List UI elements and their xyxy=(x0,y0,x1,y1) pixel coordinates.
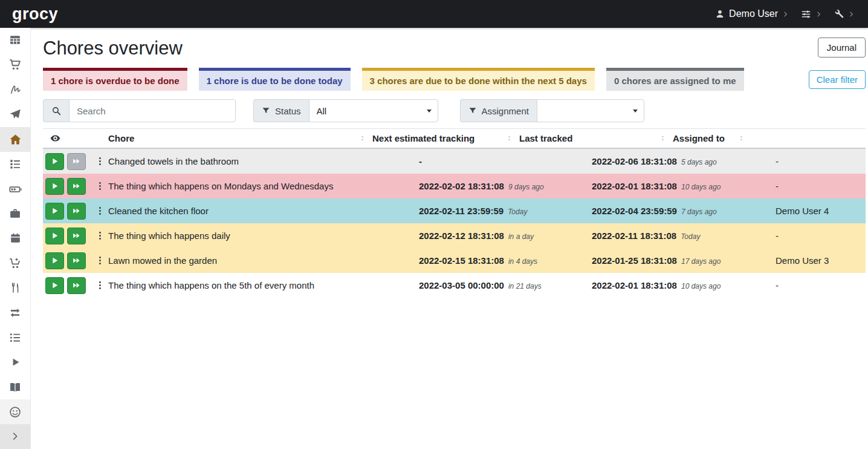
list-icon xyxy=(9,332,21,344)
row-menu-button[interactable] xyxy=(93,252,106,269)
banner-due-today[interactable]: 1 chore is due to be done today xyxy=(199,68,351,91)
chevron-right-icon xyxy=(815,11,822,18)
sidebar-item-battery-tracking[interactable] xyxy=(0,375,30,399)
skip-icon xyxy=(72,256,81,265)
sidebar-item-stock-overview[interactable] xyxy=(0,28,30,53)
sidebar-item-purchase[interactable] xyxy=(0,251,30,275)
book-icon xyxy=(9,381,21,393)
assignment-filter-label: Assignment xyxy=(460,99,537,122)
app-logo[interactable]: grocy xyxy=(12,6,58,22)
next-tracking-cell: 2022-03-05 00:00:00in 21 days xyxy=(419,280,592,290)
skip-execution-button[interactable] xyxy=(67,178,86,195)
column-header-assigned-to[interactable]: Assigned to xyxy=(673,133,751,143)
sort-icon xyxy=(505,134,513,142)
chore-row: The thing which happens daily 2022-02-12… xyxy=(43,223,866,248)
skip-execution-button[interactable] xyxy=(67,153,86,170)
sidebar-item-recipes[interactable] xyxy=(0,77,30,102)
skip-execution-button[interactable] xyxy=(67,277,86,294)
next-tracking-cell: - xyxy=(419,156,592,166)
battery-icon xyxy=(9,183,22,195)
sidebar-item-inventory[interactable] xyxy=(0,325,30,350)
row-menu-button[interactable] xyxy=(93,203,106,220)
assigned-to-cell: - xyxy=(776,280,866,290)
chore-name: The thing which happens daily xyxy=(108,231,419,241)
row-menu-button[interactable] xyxy=(93,178,106,195)
track-execution-button[interactable] xyxy=(45,277,64,294)
next-tracking-cell: 2022-02-11 23:59:59Today xyxy=(419,206,592,216)
sidebar-item-meal-plan[interactable] xyxy=(0,102,30,127)
status-select[interactable]: All xyxy=(309,99,438,122)
sidebar-item-tasks[interactable] xyxy=(0,152,30,177)
status-banners: 1 chore is overdue to be done 1 chore is… xyxy=(43,68,866,91)
page-title: Chores overview xyxy=(43,36,183,61)
play-icon xyxy=(50,206,59,215)
sidebar xyxy=(0,28,31,449)
skip-icon xyxy=(72,281,81,290)
sidebar-expand-button[interactable] xyxy=(0,424,30,449)
table-icon xyxy=(9,34,21,46)
last-tracked-cell: 2022-01-25 18:31:0817 days ago xyxy=(592,255,776,266)
column-visibility-toggle[interactable] xyxy=(43,133,108,143)
column-header-next-tracking[interactable]: Next estimated tracking xyxy=(372,133,519,143)
admin-menu[interactable] xyxy=(834,9,855,19)
user-menu-label: Demo User xyxy=(729,8,778,19)
banner-overdue[interactable]: 1 chore is overdue to be done xyxy=(43,68,187,91)
banner-due-soon[interactable]: 3 chores are due to be done within the n… xyxy=(362,68,595,91)
ellipsis-vertical-icon xyxy=(95,280,105,290)
column-header-chore[interactable]: Chore xyxy=(108,133,372,143)
next-tracking-cell: 2022-02-02 18:31:089 days ago xyxy=(419,181,592,191)
track-execution-button[interactable] xyxy=(45,153,64,170)
ellipsis-vertical-icon xyxy=(95,181,105,191)
column-header-last-tracked[interactable]: Last tracked xyxy=(519,133,673,143)
track-execution-button[interactable] xyxy=(45,203,64,220)
search-input[interactable] xyxy=(69,99,236,122)
chore-name: Changed towels in the bathroom xyxy=(108,156,419,166)
skip-icon xyxy=(72,231,81,240)
banner-assigned-to-me[interactable]: 0 chores are assigned to me xyxy=(606,68,744,91)
sidebar-item-transfer[interactable] xyxy=(0,300,30,325)
topbar: grocy Demo User xyxy=(0,0,868,28)
skip-execution-button[interactable] xyxy=(67,228,86,244)
skip-execution-button[interactable] xyxy=(67,252,86,269)
skip-execution-button[interactable] xyxy=(67,203,86,220)
row-menu-button[interactable] xyxy=(93,277,106,294)
track-execution-button[interactable] xyxy=(45,228,64,244)
chore-name: Lawn mowed in the garden xyxy=(108,255,419,266)
sidebar-item-feedback[interactable] xyxy=(0,399,30,424)
row-menu-button[interactable] xyxy=(93,228,106,244)
user-menu[interactable]: Demo User xyxy=(715,8,789,19)
track-execution-button[interactable] xyxy=(45,178,64,195)
calendar-icon xyxy=(10,232,21,244)
track-execution-button[interactable] xyxy=(45,252,64,269)
chore-name: Cleaned the kitchen floor xyxy=(108,206,419,216)
sidebar-item-batteries-overview[interactable] xyxy=(0,177,30,202)
sidebar-item-chores-overview[interactable] xyxy=(0,127,30,152)
assignment-select[interactable] xyxy=(537,99,644,122)
row-menu-button[interactable] xyxy=(93,153,106,170)
assigned-to-cell: Demo User 4 xyxy=(776,206,866,216)
assigned-to-cell: - xyxy=(776,181,866,191)
sidebar-item-chore-tracking[interactable] xyxy=(0,350,30,375)
settings-menu[interactable] xyxy=(801,9,822,19)
home-icon xyxy=(9,133,22,146)
play-icon xyxy=(50,157,59,166)
clear-filter-button[interactable]: Clear filter xyxy=(809,70,866,89)
sidebar-item-shopping-list[interactable] xyxy=(0,53,30,77)
exchange-icon xyxy=(9,307,21,319)
cart-plus-icon xyxy=(9,257,21,269)
play-icon xyxy=(50,182,59,191)
main-content: Chores overview Journal 1 chore is overd… xyxy=(31,28,868,449)
last-tracked-cell: 2022-02-06 18:31:085 days ago xyxy=(592,156,776,166)
sidebar-item-calendar[interactable] xyxy=(0,226,30,251)
assigned-to-cell: Demo User 3 xyxy=(776,255,866,266)
play-icon xyxy=(50,281,59,290)
scribble-icon xyxy=(9,84,21,96)
sort-icon xyxy=(358,134,366,142)
briefcase-icon xyxy=(9,208,21,220)
sidebar-item-equipment[interactable] xyxy=(0,202,30,226)
assigned-to-cell: - xyxy=(776,156,866,166)
journal-button[interactable]: Journal xyxy=(818,38,866,57)
filter-bar: Status All Assignment xyxy=(43,99,866,122)
sidebar-item-consume[interactable] xyxy=(0,275,30,300)
chore-row: Cleaned the kitchen floor 2022-02-11 23:… xyxy=(43,198,866,223)
